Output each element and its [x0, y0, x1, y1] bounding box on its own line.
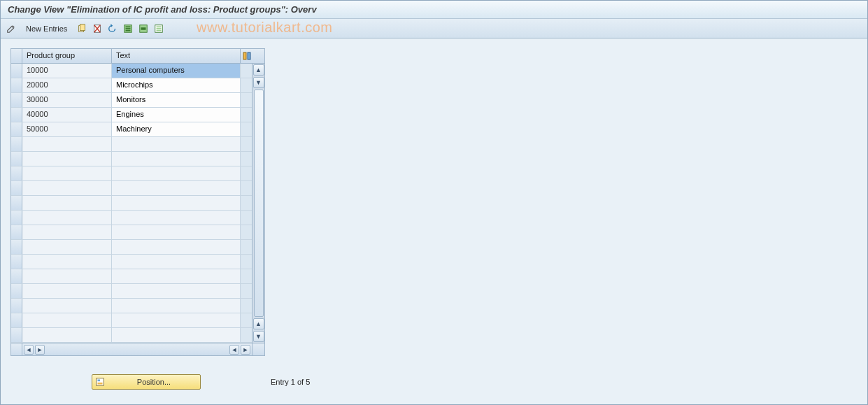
- cell-product-group[interactable]: [22, 313, 112, 327]
- vertical-scrollbar[interactable]: ▲ ▼ ▲ ▼: [252, 64, 264, 343]
- hscroll-left-icon[interactable]: ◄: [24, 345, 34, 355]
- table-row: [11, 255, 252, 269]
- row-selector[interactable]: [11, 78, 22, 92]
- deselect-all-icon[interactable]: [152, 22, 165, 35]
- scroll-down-step-icon[interactable]: ▼: [253, 77, 264, 88]
- cell-text[interactable]: [112, 181, 241, 195]
- select-all-icon[interactable]: [122, 22, 134, 35]
- svg-rect-10: [157, 26, 162, 27]
- row-selector[interactable]: [11, 225, 22, 239]
- cell-text[interactable]: [112, 152, 241, 166]
- cell-product-group[interactable]: [22, 196, 112, 210]
- cell-text[interactable]: [112, 240, 241, 254]
- column-header-product-group[interactable]: Product group: [22, 49, 112, 63]
- cell-text[interactable]: Engines: [112, 108, 241, 122]
- copy-as-icon[interactable]: [76, 22, 88, 35]
- table-row: 10000Personal computers: [11, 64, 252, 78]
- svg-rect-17: [98, 383, 103, 385]
- hscroll-right-step-icon[interactable]: ►: [35, 345, 45, 355]
- cell-product-group[interactable]: [22, 299, 112, 313]
- row-selector[interactable]: [11, 93, 22, 107]
- row-selector[interactable]: [11, 328, 22, 342]
- select-block-icon[interactable]: [137, 22, 150, 35]
- scroll-thumb[interactable]: [254, 90, 264, 317]
- row-selector[interactable]: [11, 166, 22, 180]
- cell-text[interactable]: [112, 196, 241, 210]
- hscroll-left-step-icon[interactable]: ◄: [229, 345, 239, 355]
- cell-product-group[interactable]: 20000: [22, 78, 112, 92]
- svg-rect-6: [126, 29, 131, 31]
- scroll-down-icon[interactable]: ▼: [253, 331, 264, 342]
- row-selector[interactable]: [11, 137, 22, 151]
- cell-text[interactable]: Microchips: [112, 78, 241, 92]
- row-selector[interactable]: [11, 211, 22, 225]
- row-selector[interactable]: [11, 299, 22, 313]
- column-header-text[interactable]: Text: [112, 49, 241, 63]
- cell-product-group[interactable]: [22, 166, 112, 180]
- row-selector[interactable]: [11, 255, 22, 269]
- row-selector[interactable]: [11, 108, 22, 122]
- scroll-up-step-icon[interactable]: ▲: [253, 318, 264, 329]
- cell-product-group[interactable]: [22, 181, 112, 195]
- svg-rect-5: [126, 28, 131, 29]
- row-selector[interactable]: [11, 64, 22, 78]
- cell-text[interactable]: [112, 269, 241, 283]
- position-button[interactable]: Position...: [92, 374, 201, 390]
- cell-text[interactable]: [112, 225, 241, 239]
- cell-text[interactable]: Monitors: [112, 93, 241, 107]
- cell-text[interactable]: [112, 313, 241, 327]
- undo-change-icon[interactable]: [106, 22, 119, 35]
- cell-text[interactable]: [112, 255, 241, 269]
- configure-columns-icon[interactable]: [241, 49, 253, 63]
- table-row: [11, 211, 252, 225]
- row-selector[interactable]: [11, 269, 22, 283]
- cell-text[interactable]: [112, 299, 241, 313]
- row-selector[interactable]: [11, 196, 22, 210]
- row-selector[interactable]: [11, 152, 22, 166]
- row-selector[interactable]: [11, 122, 22, 136]
- scroll-track[interactable]: [254, 90, 264, 317]
- delete-icon[interactable]: [91, 22, 104, 35]
- table-row: [11, 166, 252, 181]
- cell-product-group[interactable]: [22, 255, 112, 269]
- cell-text[interactable]: [112, 166, 241, 180]
- hscroll-right-icon[interactable]: ►: [241, 345, 250, 355]
- svg-rect-4: [126, 26, 131, 27]
- table-row: [11, 181, 252, 196]
- product-group-grid: Product group Text 10000Personal compute…: [10, 48, 265, 356]
- table-row: [11, 240, 252, 255]
- cell-product-group[interactable]: [22, 269, 112, 283]
- cell-product-group[interactable]: [22, 328, 112, 342]
- cell-text[interactable]: [112, 284, 241, 298]
- cell-product-group[interactable]: [22, 152, 112, 166]
- cell-text[interactable]: [112, 137, 241, 151]
- position-icon: [95, 377, 105, 387]
- row-selector-header[interactable]: [11, 49, 22, 63]
- horizontal-scrollbar[interactable]: ◄ ► ◄ ►: [22, 345, 252, 355]
- row-selector[interactable]: [11, 240, 22, 254]
- new-entries-button[interactable]: New Entries: [20, 23, 73, 34]
- table-row: [11, 284, 252, 299]
- cell-product-group[interactable]: [22, 137, 112, 151]
- cell-text[interactable]: Personal computers: [112, 64, 241, 78]
- cell-product-group[interactable]: [22, 284, 112, 298]
- cell-product-group[interactable]: 50000: [22, 122, 112, 136]
- cell-product-group[interactable]: 30000: [22, 93, 112, 107]
- title-bar: Change View "Elimination of IC profit an…: [1, 1, 867, 19]
- row-selector[interactable]: [11, 181, 22, 195]
- cell-product-group[interactable]: [22, 211, 112, 225]
- table-row: [11, 196, 252, 211]
- row-selector[interactable]: [11, 313, 22, 327]
- cell-product-group[interactable]: 40000: [22, 108, 112, 122]
- toggle-display-change-icon[interactable]: [5, 22, 17, 35]
- cell-text[interactable]: [112, 328, 241, 342]
- cell-text[interactable]: Machinery: [112, 122, 241, 136]
- cell-product-group[interactable]: 10000: [22, 64, 112, 78]
- watermark-text: www.tutorialkart.com: [197, 20, 333, 36]
- scroll-up-icon[interactable]: ▲: [253, 64, 264, 76]
- cell-product-group[interactable]: [22, 240, 112, 254]
- cell-text[interactable]: [112, 211, 241, 225]
- grid-body: 10000Personal computers20000Microchips30…: [11, 64, 264, 343]
- row-selector[interactable]: [11, 284, 22, 298]
- cell-product-group[interactable]: [22, 225, 112, 239]
